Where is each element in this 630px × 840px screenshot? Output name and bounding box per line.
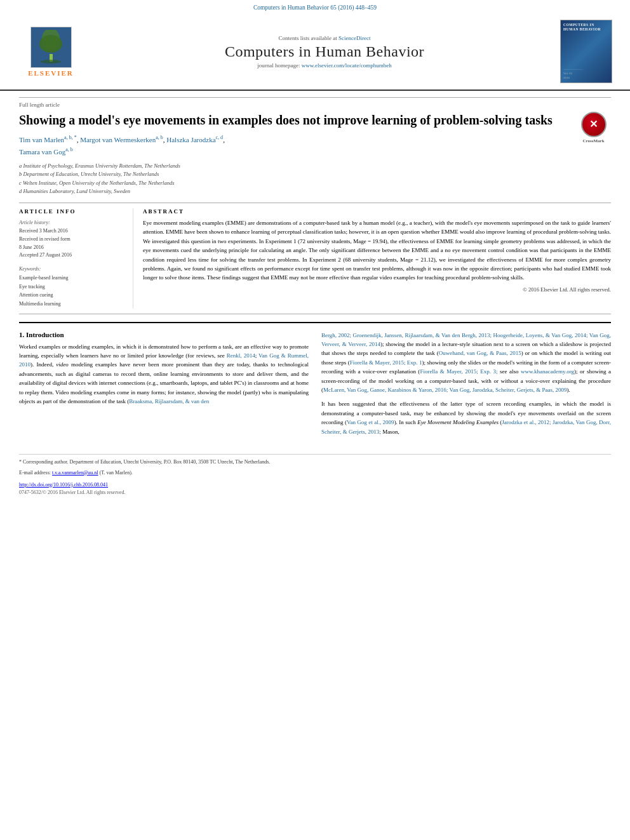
journal-cover-right: COMPUTERS IN HUMAN BEHAVIOR ——————Vol. 6…: [560, 20, 617, 83]
citation-link[interactable]: Computers in Human Behavior 65 (2016) 44…: [253, 4, 377, 11]
author-4-link[interactable]: Tamara van Gog: [19, 148, 65, 156]
keywords-label: Keywords:: [19, 266, 123, 272]
right-column: Bergh, 2002; Groenendijk, Janssen, Rijla…: [321, 331, 611, 441]
doi-line: http://dx.doi.org/10.1016/j.chb.2016.08.…: [19, 481, 611, 490]
section-1-num: 1.: [19, 331, 24, 338]
email-label: E-mail address:: [19, 470, 51, 476]
revised-label: Received in revised form: [19, 236, 123, 244]
author-2-sup: a, b: [156, 135, 163, 140]
footnote-corresponding: * Corresponding author. Department of Ed…: [19, 458, 611, 467]
history-section: Article history: Received 3 March 2016 R…: [19, 220, 123, 260]
svg-point-2: [39, 35, 62, 53]
author-2: Margot van Wermeskerkena, b,: [80, 136, 166, 143]
section-1-title: Introduction: [26, 331, 64, 338]
author-1-sup: a, b, *: [64, 135, 77, 140]
affiliation-a: a Institute of Psychology, Erasmus Unive…: [19, 162, 611, 171]
ref-bergh[interactable]: Bergh, 2002; Groenendijk, Janssen, Rijla…: [321, 332, 611, 347]
crossmark-icon: ✕: [581, 112, 607, 137]
article-type-label: Full length article: [19, 97, 611, 108]
two-column-layout: 1. Introduction Worked examples or model…: [19, 331, 611, 441]
author-1: Tim van Marlena, b, *,: [19, 136, 80, 143]
homepage-url[interactable]: www.elsevier.com/locate/comphumbeh: [302, 62, 392, 69]
journal-title: Computers in Human Behavior: [89, 43, 560, 60]
body-paragraph-2: Bergh, 2002; Groenendijk, Janssen, Rijla…: [321, 331, 611, 395]
footnote-email: E-mail address: t.v.a.vanmarlen@uu.nl (T…: [19, 469, 611, 477]
author-4-sup: a, b: [65, 147, 73, 152]
contents-line: Contents lists available at ScienceDirec…: [89, 35, 560, 41]
footnotes-section: * Corresponding author. Department of Ed…: [19, 454, 611, 497]
email-name: (T. van Marlen).: [100, 470, 133, 476]
received-date: Received 3 March 2016: [19, 227, 123, 236]
elsevier-logo: ELSEVIER: [13, 27, 89, 77]
left-column: 1. Introduction Worked examples or model…: [19, 331, 309, 441]
keyword-4: Multimedia learning: [19, 300, 123, 309]
copyright-line: © 2016 Elsevier Ltd. All rights reserved…: [143, 286, 611, 293]
ref-khan[interactable]: www.khanacademy.org: [521, 368, 574, 375]
article-info-heading: ARTICLE INFO: [19, 208, 123, 215]
section-1-heading: 1. Introduction: [19, 331, 309, 338]
keyword-3: Attention cueing: [19, 291, 123, 300]
revised-date: 8 June 2016: [19, 244, 123, 252]
ref-fiorella-1[interactable]: Fiorella & Mayer, 2015; Exp. 1: [350, 359, 422, 366]
keyword-1: Example-based learning: [19, 274, 123, 283]
keywords-section: Keywords: Example-based learning Eye tra…: [19, 266, 123, 308]
title-text: Showing a model's eye movements in examp…: [19, 113, 553, 127]
abstract-text: Eye movement modeling examples (EMME) ar…: [143, 218, 611, 283]
abstract-panel: ABSTRACT Eye movement modeling examples …: [133, 208, 611, 309]
body-paragraph-1: Worked examples or modeling examples, in…: [19, 342, 309, 406]
email-link[interactable]: t.v.a.vanmarlen@uu.nl: [52, 470, 98, 476]
top-citation-bar: Computers in Human Behavior 65 (2016) 44…: [0, 0, 630, 13]
author-1-link[interactable]: Tim van Marlen: [19, 136, 64, 143]
history-label: Article history:: [19, 220, 123, 225]
ref-fiorella-2[interactable]: Fiorella & Mayer, 2015; Exp. 3;: [420, 368, 497, 375]
body-content: 1. Introduction Worked examples or model…: [19, 322, 611, 497]
doi-link[interactable]: http://dx.doi.org/10.1016/j.chb.2016.08.…: [19, 482, 108, 488]
author-3-link[interactable]: Halszka Jarodzka: [166, 136, 215, 143]
crossmark-label: CrossMark: [576, 138, 611, 144]
author-2-link[interactable]: Margot van Wermeskerken: [80, 136, 156, 143]
affiliation-d: d Humanities Laboratory, Lund University…: [19, 187, 611, 196]
article-info-panel: ARTICLE INFO Article history: Received 3…: [19, 208, 133, 309]
authors-section: Tim van Marlena, b, *, Margot van Wermes…: [19, 133, 611, 158]
affiliation-b: b Department of Education, Utrecht Unive…: [19, 170, 611, 179]
author-4: Tamara van Goga, b: [19, 148, 73, 156]
journal-header: ELSEVIER Contents lists available at Sci…: [0, 13, 630, 91]
cover-title-text: COMPUTERS IN HUMAN BEHAVIOR: [563, 23, 609, 32]
contents-prefix: Contents lists available at: [279, 35, 337, 41]
homepage-line: journal homepage: www.elsevier.com/locat…: [89, 62, 560, 69]
author-3: Halszka Jarodzkac, d,: [166, 136, 225, 143]
journal-center: Contents lists available at ScienceDirec…: [89, 35, 560, 69]
ref-ouwehand[interactable]: Ouwehand, van Gog, & Paas, 2015: [439, 350, 521, 356]
ref-braaksma[interactable]: Braaksma, Rijlaarsdam, & van den: [129, 398, 209, 404]
ref-renkl[interactable]: Renkl, 2014: [227, 352, 255, 359]
sciencedirect-link[interactable]: ScienceDirect: [338, 35, 370, 41]
affiliations-section: a Institute of Psychology, Erasmus Unive…: [19, 162, 611, 196]
accepted-date: Accepted 27 August 2016: [19, 251, 123, 260]
ref-vangog-2009[interactable]: Van Gog et al., 2009: [347, 419, 394, 425]
ref-mclaren[interactable]: McLaren, Van Gog, Ganoe, Karabinos & Yar…: [323, 387, 566, 393]
issn-line: 0747-5632/© 2016 Elsevier Ltd. All right…: [19, 489, 611, 497]
article-title: Showing a model's eye movements in examp…: [19, 112, 611, 128]
info-abstract-row: ARTICLE INFO Article history: Received 3…: [19, 203, 611, 314]
svg-point-3: [41, 60, 61, 63]
author-3-sup: c, d: [216, 135, 224, 140]
affiliation-c: c Welten Institute, Open University of t…: [19, 179, 611, 188]
article-content: Full length article Showing a model's ey…: [0, 91, 630, 503]
elsevier-brand-text: ELSEVIER: [28, 69, 74, 77]
elsevier-tree-icon: [30, 27, 72, 68]
crossmark-badge[interactable]: ✕ CrossMark: [576, 112, 611, 144]
homepage-prefix: journal homepage:: [257, 62, 300, 69]
body-paragraph-3: It has been suggested that the effective…: [321, 399, 611, 436]
page: Computers in Human Behavior 65 (2016) 44…: [0, 0, 630, 503]
abstract-heading: ABSTRACT: [143, 208, 611, 215]
cover-image: COMPUTERS IN HUMAN BEHAVIOR ——————Vol. 6…: [560, 20, 612, 83]
keyword-2: Eye tracking: [19, 283, 123, 291]
